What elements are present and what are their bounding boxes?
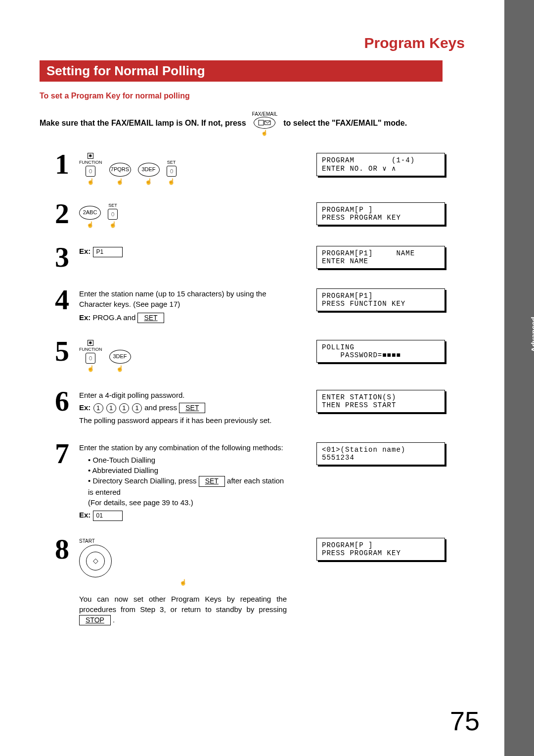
lcd-display: ENTER STATION(S) THEN PRESS START [316,390,445,413]
function-key-icon: ⬯ [86,166,95,177]
step-2: 2 2ABC ☝ SET ⬯ ☝ PROGRAM[P ] PRESS PROGR… [40,199,445,229]
set-key[interactable]: SET ⬯ ☝ [108,202,118,229]
press-hand-icon: ☝ [87,221,94,229]
set-button[interactable]: SET [179,403,205,414]
fax-email-label: FAX/EMAIL [252,111,278,117]
function-key-icon: ⬯ [86,353,95,364]
list-item: Abbreviated Dialling [88,465,287,475]
fax-email-button[interactable]: FAX/EMAIL ☝ [252,111,278,135]
side-tab-bar: AdvancedFeatures [504,0,534,756]
set-key[interactable]: SET ⬯ ☝ [167,159,177,186]
step-text: You can now set other Program Keys by re… [79,595,287,614]
side-tab-label: AdvancedFeatures [530,317,534,352]
step-4: 4 Enter the station name (up to 15 chara… [40,285,445,324]
ex-prefix: PROG.A and [93,313,136,322]
function-key[interactable]: ✱ FUNCTION ⬯ ☝ [79,340,102,373]
step-text: The polling password appears if it has b… [79,415,287,425]
step-6: 6 Enter a 4-digit polling password. Ex: … [40,387,445,426]
key-2[interactable]: 2ABC ☝ [79,206,101,229]
stop-button[interactable]: STOP [79,615,111,626]
press-hand-icon: ☝ [116,178,124,186]
key-7[interactable]: 7PQRS ☝ [109,163,131,186]
svg-rect-0 [259,120,264,125]
step-8: 8 START ◇ ☝ You can now set other Progra… [40,535,445,625]
intro-instruction: Make sure that the FAX/EMAIL lamp is ON.… [40,111,494,135]
steps-list: 1 ✱ FUNCTION ⬯ ☝ 7PQRS ☝ 3DEF ☝ SET [40,150,445,625]
press-hand-icon: ☝ [168,178,175,186]
ex-label: Ex: [79,313,90,322]
lcd-display: PROGRAM[P ] PRESS PROGRAM KEY [316,538,445,561]
step-5: 5 ✱ FUNCTION ⬯ ☝ 3DEF ☝ POLLING PASSWORD… [40,337,445,373]
fax-email-icon [254,117,275,129]
step-number: 1 [40,150,79,179]
method-list: One-Touch Dialling Abbreviated Dialling … [79,455,287,508]
step-text: Enter a 4-digit polling password. [79,390,287,400]
press-hand-icon: ☝ [116,365,124,373]
intro-part1: Make sure that the FAX/EMAIL lamp is ON.… [40,119,246,128]
section-heading: Setting for Normal Polling [40,60,443,82]
and-press-text: and press [144,403,179,412]
set-key-icon: ⬯ [167,166,177,177]
digit-1: 1 [119,403,129,413]
press-hand-icon: ☝ [145,178,152,186]
lcd-display: POLLING PASSWORD=■■■■ [316,340,445,363]
set-key-icon: ⬯ [108,209,118,220]
start-key[interactable]: START ◇ ☝ [79,538,287,587]
ex-label: Ex: [79,403,90,412]
digit-1: 1 [106,403,116,413]
key-3[interactable]: 3DEF ☝ [109,350,131,373]
step-3: 3 Ex: P1 PROGRAM[P1] NAME ENTER NAME [40,243,445,272]
list-item: Directory Search Dialling, press SET aft… [88,475,287,508]
step-number: 4 [40,285,79,314]
step-number: 7 [40,439,79,468]
digit-1: 1 [132,403,142,413]
step-1: 1 ✱ FUNCTION ⬯ ☝ 7PQRS ☝ 3DEF ☝ SET [40,150,445,186]
step-number: 2 [40,199,79,228]
ex-label: Ex: [79,247,90,255]
page-title: Program Keys [40,35,465,51]
example-value: P1 [93,247,123,257]
lcd-display: PROGRAM[P ] PRESS PROGRAM KEY [316,202,445,225]
example-value: 01 [93,511,123,521]
step-number: 6 [40,387,79,416]
step-number: 5 [40,337,79,366]
intro-part2: to select the "FAX/EMAIL" mode. [283,119,407,128]
press-hand-icon: ☝ [87,365,94,373]
digit-1: 1 [93,403,103,413]
step-number: 3 [40,243,79,272]
step-number: 8 [40,535,79,564]
step-text: Enter the station by any combination of … [79,442,287,453]
step-text: Enter the station name (up to 15 charact… [79,288,287,309]
set-button[interactable]: SET [199,476,225,487]
lcd-display: PROGRAM (1-4) ENTER NO. OR ∨ ∧ [316,153,445,176]
lcd-display: PROGRAM[P1] NAME ENTER NAME [316,246,445,269]
step-7: 7 Enter the station by any combination o… [40,439,445,520]
ex-label: Ex: [79,511,90,519]
page-number: 75 [450,706,480,736]
list-item: One-Touch Dialling [88,455,287,465]
set-button[interactable]: SET [137,313,164,324]
press-hand-icon: ☝ [261,130,268,136]
lcd-display: <01>(Station name) 5551234 [316,442,445,465]
key-3[interactable]: 3DEF ☝ [138,163,160,186]
press-hand-icon: ☝ [87,178,94,186]
press-hand-icon: ☝ [179,578,187,587]
function-key[interactable]: ✱ FUNCTION ⬯ ☝ [79,153,102,186]
start-button-icon: ◇ [79,545,112,577]
press-hand-icon: ☝ [109,221,117,229]
intro-subheading: To set a Program Key for normal polling [40,92,494,100]
lcd-display: PROGRAM[P1] PRESS FUNCTION KEY [316,288,445,311]
